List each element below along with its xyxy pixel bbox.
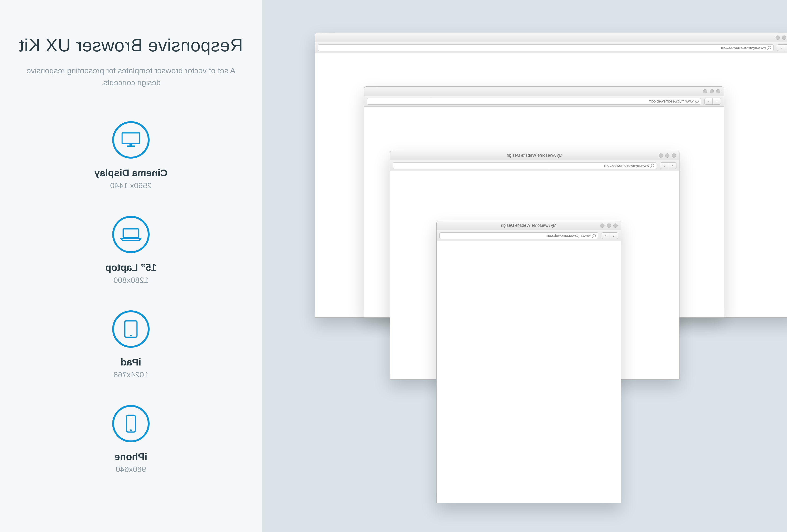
window-titlebar: My Awesome Website Design <box>437 221 621 230</box>
forward-button[interactable]: › <box>777 45 785 51</box>
monitor-icon <box>112 121 150 159</box>
address-url: www.myawesomeweb.com <box>604 163 649 168</box>
nav-buttons: ‹ › <box>777 44 787 51</box>
svg-point-5 <box>130 335 132 336</box>
device-resolution: 1024x768 <box>112 370 150 379</box>
forward-button[interactable]: › <box>602 232 610 239</box>
device-name: 15” Laptop <box>105 262 156 273</box>
address-url: www.myawesomeweb.com <box>648 99 694 104</box>
traffic-lights[interactable] <box>703 89 720 93</box>
zoom-icon[interactable] <box>659 153 663 158</box>
device-resolution: 2560x 1440 <box>94 181 168 190</box>
back-button[interactable]: ‹ <box>610 232 618 239</box>
browser-toolbar: ‹ › www.myawesomeweb.com <box>364 96 724 107</box>
kit-subtitle: A set of vector browser templates for pr… <box>19 65 243 89</box>
browser-viewport <box>437 241 621 503</box>
window-titlebar: My Awesome Website Design <box>390 151 679 160</box>
zoom-icon[interactable] <box>600 223 604 228</box>
search-icon <box>695 100 699 103</box>
device-cinema: Cinema Display 2560x 1440 <box>94 121 168 190</box>
window-titlebar <box>315 33 787 42</box>
back-button[interactable]: ‹ <box>785 45 787 51</box>
phone-icon <box>112 405 150 442</box>
search-icon <box>651 164 654 167</box>
minimize-icon[interactable] <box>782 36 786 40</box>
minimize-icon[interactable] <box>710 89 714 93</box>
address-bar[interactable]: www.myawesomeweb.com <box>393 162 657 169</box>
device-resolution: 960x640 <box>112 465 150 474</box>
tablet-icon <box>112 310 150 348</box>
traffic-lights[interactable] <box>659 153 676 158</box>
window-title: My Awesome Website Design <box>390 153 679 158</box>
back-button[interactable]: ‹ <box>713 98 721 104</box>
address-url: www.myawesomeweb.com <box>721 46 766 50</box>
device-laptop: 15” Laptop 1280x800 <box>105 216 156 285</box>
browser-toolbar: ‹ › www.myawesomeweb.com <box>315 42 787 53</box>
address-url: www.myawesomeweb.com <box>546 234 591 238</box>
minimize-icon[interactable] <box>665 153 669 158</box>
nav-buttons: ‹ › <box>602 232 618 239</box>
close-icon[interactable] <box>672 153 676 158</box>
svg-point-7 <box>130 429 132 431</box>
nav-buttons: ‹ › <box>704 98 721 105</box>
search-icon <box>593 234 596 237</box>
device-name: iPhone <box>112 451 150 462</box>
window-title: My Awesome Website Design <box>437 223 621 228</box>
back-button[interactable]: ‹ <box>668 162 676 169</box>
mockup-stage: ‹ › www.myawesomeweb.com ‹ › <box>262 0 787 532</box>
device-name: iPad <box>112 357 150 368</box>
kit-title: Responsive Browser UX Kit <box>19 35 243 56</box>
traffic-lights[interactable] <box>775 36 787 40</box>
svg-rect-3 <box>123 229 139 238</box>
svg-rect-8 <box>129 417 132 417</box>
browser-toolbar: ‹ › www.myawesomeweb.com <box>390 160 679 171</box>
nav-buttons: ‹ › <box>660 162 677 169</box>
forward-button[interactable]: › <box>705 98 713 104</box>
laptop-icon <box>112 216 150 253</box>
close-icon[interactable] <box>613 223 618 228</box>
device-iphone: iPhone 960x640 <box>112 405 150 474</box>
device-name: Cinema Display <box>94 168 168 179</box>
address-bar[interactable]: www.myawesomeweb.com <box>440 232 598 239</box>
device-ipad: iPad 1024x768 <box>112 310 150 379</box>
address-bar[interactable]: www.myawesomeweb.com <box>318 44 774 51</box>
zoom-icon[interactable] <box>703 89 707 93</box>
svg-rect-2 <box>127 146 135 147</box>
zoom-icon[interactable] <box>775 36 780 40</box>
svg-rect-0 <box>122 133 140 143</box>
minimize-icon[interactable] <box>607 223 611 228</box>
svg-rect-1 <box>129 143 132 146</box>
browser-toolbar: ‹ › www.myawesomeweb.com <box>437 230 621 241</box>
address-bar[interactable]: www.myawesomeweb.com <box>367 98 701 105</box>
forward-button[interactable]: › <box>660 162 668 169</box>
device-list: Cinema Display 2560x 1440 15” Laptop 128… <box>19 121 243 474</box>
device-resolution: 1280x800 <box>105 275 156 285</box>
info-panel: Responsive Browser UX Kit A set of vecto… <box>0 0 262 532</box>
browser-window-iphone: My Awesome Website Design ‹ › www.myawes… <box>437 221 621 503</box>
close-icon[interactable] <box>716 89 720 93</box>
search-icon <box>768 46 771 49</box>
window-titlebar <box>364 87 724 96</box>
traffic-lights[interactable] <box>600 223 618 228</box>
